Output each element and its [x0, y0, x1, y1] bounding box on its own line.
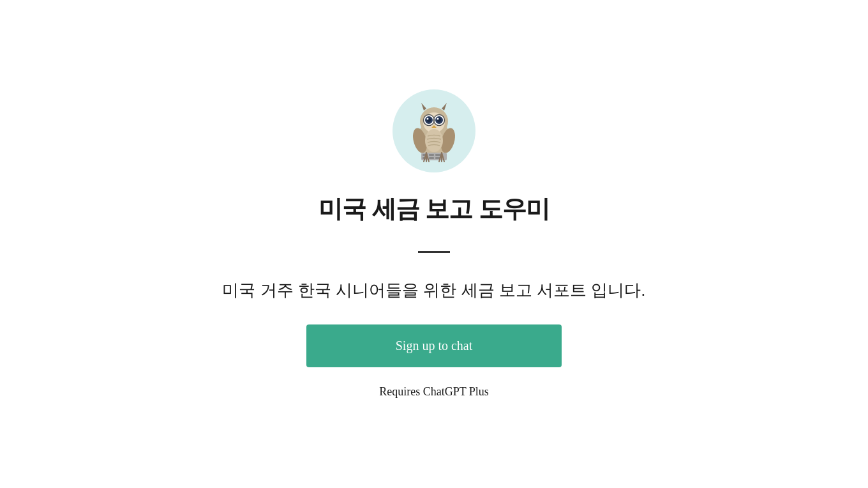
svg-rect-23 — [435, 154, 440, 156]
svg-marker-3 — [442, 103, 447, 111]
avatar — [393, 89, 475, 172]
page-title: 미국 세금 보고 도우미 — [318, 193, 550, 225]
description-text: 미국 거주 한국 시니어들을 위한 세금 보고 서포트 입니다. — [222, 278, 645, 301]
svg-rect-22 — [429, 154, 434, 156]
svg-point-19 — [425, 129, 443, 152]
svg-rect-25 — [429, 157, 434, 159]
svg-point-12 — [437, 118, 439, 119]
signup-button[interactable]: Sign up to chat — [306, 324, 562, 367]
svg-marker-2 — [421, 103, 426, 111]
divider — [418, 251, 450, 253]
owl-icon — [402, 99, 466, 163]
requires-chatgpt-plus-text: Requires ChatGPT Plus — [379, 385, 489, 399]
main-container: 미국 세금 보고 도우미 미국 거주 한국 시니어들을 위한 세금 보고 서포트… — [147, 64, 721, 424]
svg-point-8 — [427, 118, 429, 119]
